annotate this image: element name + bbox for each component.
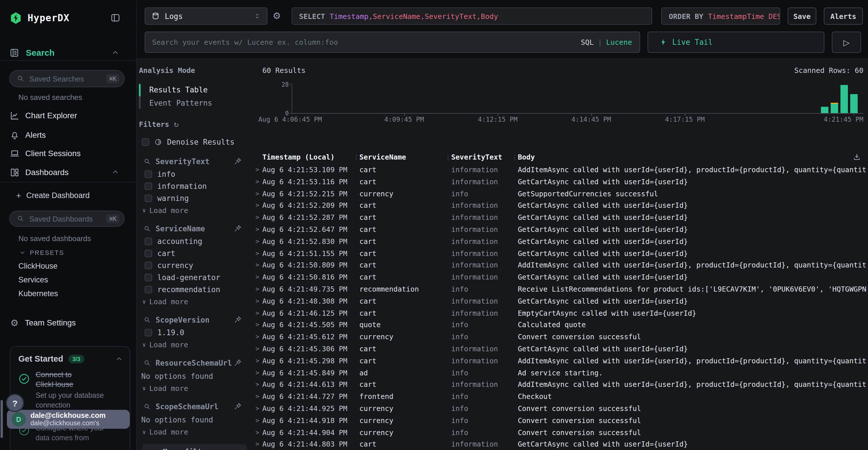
mode-event-patterns[interactable]: Event Patterns — [149, 96, 253, 109]
row-expand-icon[interactable]: > — [255, 296, 262, 308]
row-expand-icon[interactable]: > — [255, 379, 262, 391]
row-expand-icon[interactable]: > — [255, 236, 262, 248]
load-more-button[interactable]: ∨Load more — [136, 426, 253, 438]
filter-group-header[interactable]: ScopeSchemaUrl — [136, 400, 253, 412]
checkbox[interactable] — [145, 183, 152, 190]
row-expand-icon[interactable]: > — [255, 367, 262, 379]
row-expand-icon[interactable]: > — [255, 260, 262, 272]
row-expand-icon[interactable]: > — [255, 403, 262, 415]
sidebar-item-dashboards[interactable]: Dashboards — [0, 165, 136, 180]
play-button[interactable]: ▷ — [832, 32, 861, 53]
live-tail-button[interactable]: Live Tail — [648, 32, 825, 53]
checkbox[interactable] — [145, 262, 152, 269]
table-row[interactable]: >Aug 6 4:21:52.647 PMcartinformationGetC… — [253, 224, 868, 236]
saved-dashboards-field[interactable] — [29, 214, 106, 223]
chart-bar[interactable] — [850, 94, 858, 113]
table-row[interactable]: >Aug 6 4:21:44.727 PMfrontendinfoCheckou… — [253, 391, 868, 403]
saved-dashboards-input[interactable]: ⌘K — [9, 211, 125, 227]
row-expand-icon[interactable]: > — [255, 391, 262, 403]
table-row[interactable]: >Aug 6 4:21:44.918 PMcurrencyinfoConvert… — [253, 415, 868, 427]
load-more-button[interactable]: ∨Load more — [136, 204, 253, 216]
checkbox[interactable] — [145, 195, 152, 202]
table-row[interactable]: >Aug 6 4:21:50.809 PMcartinformationAddI… — [253, 260, 868, 272]
chevron-up-icon[interactable] — [112, 168, 119, 176]
refresh-icon[interactable]: ↻ — [174, 119, 179, 129]
row-expand-icon[interactable]: > — [255, 284, 262, 296]
alerts-button[interactable]: Alerts — [824, 7, 863, 25]
order-by-input[interactable]: ORDER BY TimestampTime DESC — [661, 7, 780, 25]
select-expression-input[interactable]: SELECT Timestamp ,ServiceName,SeverityTe… — [291, 7, 652, 25]
sidebar-item-search[interactable]: Search — [0, 45, 136, 61]
source-select[interactable]: Logs — [145, 7, 268, 25]
filter-option[interactable]: accounting — [136, 235, 253, 247]
row-expand-icon[interactable]: > — [255, 212, 262, 224]
scrollbar-thumb[interactable] — [1, 400, 3, 438]
load-more-button[interactable]: ∨Load more — [136, 382, 253, 394]
presets-toggle[interactable]: PRESETS — [19, 248, 64, 257]
sql-toggle[interactable]: SQL — [581, 38, 594, 46]
chart-bar[interactable] — [831, 103, 838, 113]
column-separator[interactable]: ⋮ — [445, 152, 451, 164]
row-expand-icon[interactable]: > — [255, 271, 262, 284]
sidebar-item-chart-explorer[interactable]: Chart Explorer — [0, 108, 136, 123]
table-row[interactable]: >Aug 6 4:21:53.109 PMcartinformationAddI… — [253, 164, 868, 176]
checkbox[interactable] — [142, 138, 149, 146]
filter-option[interactable]: cart — [136, 247, 253, 259]
filter-option[interactable]: recommendation — [136, 284, 253, 296]
sidebar-item-client-sessions[interactable]: Client Sessions — [0, 146, 136, 161]
row-expand-icon[interactable]: > — [255, 355, 262, 367]
help-button[interactable]: ? — [6, 394, 24, 412]
table-row[interactable]: >Aug 6 4:21:44.613 PMcartinformationAddI… — [253, 379, 868, 391]
table-row[interactable]: >Aug 6 4:21:48.308 PMcartinformationGetC… — [253, 296, 868, 308]
pin-icon[interactable] — [234, 157, 242, 165]
save-button[interactable]: Save — [787, 7, 816, 25]
row-expand-icon[interactable]: > — [255, 427, 262, 439]
column-header-timestamp[interactable]: Timestamp (Local) — [262, 152, 358, 164]
row-expand-icon[interactable]: > — [255, 200, 262, 212]
table-row[interactable]: >Aug 6 4:21:44.904 PMcurrencyinfoConvert… — [253, 427, 868, 439]
table-row[interactable]: >Aug 6 4:21:53.116 PMcartinformationGetC… — [253, 176, 868, 188]
chevron-up-icon[interactable] — [115, 355, 123, 362]
filter-option[interactable]: information — [136, 180, 253, 192]
row-expand-icon[interactable]: > — [255, 188, 262, 200]
denoise-results-option[interactable]: Denoise Results — [142, 137, 253, 147]
table-row[interactable]: >Aug 6 4:21:44.803 PMcartinformationGetC… — [253, 439, 868, 450]
column-separator[interactable]: ⋮ — [512, 152, 518, 164]
saved-searches-field[interactable] — [29, 74, 106, 83]
table-row[interactable]: >Aug 6 4:21:52.215 PMcurrencyinfoGetSupp… — [253, 188, 868, 200]
column-header-body[interactable]: Body — [518, 152, 867, 164]
table-row[interactable]: >Aug 6 4:21:52.830 PMcartinformationGetC… — [253, 236, 868, 248]
load-more-button[interactable]: ∨Load more — [136, 339, 253, 350]
row-expand-icon[interactable]: > — [255, 343, 262, 355]
row-expand-icon[interactable]: > — [255, 308, 262, 319]
table-row[interactable]: >Aug 6 4:21:50.816 PMcartinformationGetC… — [253, 271, 868, 284]
table-row[interactable]: >Aug 6 4:21:45.306 PMcartinformationGetC… — [253, 343, 868, 355]
row-expand-icon[interactable]: > — [255, 415, 262, 427]
gear-icon[interactable]: ⚙ — [273, 10, 281, 21]
table-row[interactable]: >Aug 6 4:21:52.209 PMcartinformationGetC… — [253, 200, 868, 212]
sidebar-item-alerts[interactable]: Alerts — [0, 127, 136, 142]
pin-icon[interactable] — [234, 359, 242, 367]
filter-option[interactable]: warning — [136, 192, 253, 204]
preset-clickhouse[interactable]: ClickHouse — [19, 262, 58, 270]
user-chip[interactable]: D dale@clickhouse.com dale@clickhouse.co… — [7, 410, 130, 429]
table-row[interactable]: >Aug 6 4:21:52.287 PMcartinformationGetC… — [253, 212, 868, 224]
checkbox[interactable] — [145, 237, 152, 245]
chart-bar[interactable] — [840, 85, 848, 113]
filter-group-header[interactable]: ResourceSchemaUrl — [136, 357, 253, 368]
row-expand-icon[interactable]: > — [255, 248, 262, 260]
preset-kubernetes[interactable]: Kubernetes — [19, 289, 58, 298]
table-row[interactable]: >Aug 6 4:21:46.125 PMcartinformationEmpt… — [253, 308, 868, 319]
checkbox[interactable] — [145, 329, 152, 336]
table-row[interactable]: >Aug 6 4:21:45.298 PMcartinformationAddI… — [253, 355, 868, 367]
chevron-up-icon[interactable] — [112, 49, 119, 57]
get-started-step-1[interactable]: Connect to ClickHouse Set up your databa… — [10, 368, 130, 414]
row-expand-icon[interactable]: > — [255, 439, 262, 450]
checkbox[interactable] — [145, 250, 152, 257]
row-expand-icon[interactable]: > — [255, 224, 262, 236]
row-expand-icon[interactable]: > — [255, 164, 262, 176]
sidebar-collapse-icon[interactable] — [110, 12, 121, 23]
table-row[interactable]: >Aug 6 4:21:49.735 PMrecommendationinfoR… — [253, 284, 868, 296]
pin-icon[interactable] — [234, 224, 242, 232]
event-search-input[interactable]: SQL | Lucene — [145, 32, 640, 53]
